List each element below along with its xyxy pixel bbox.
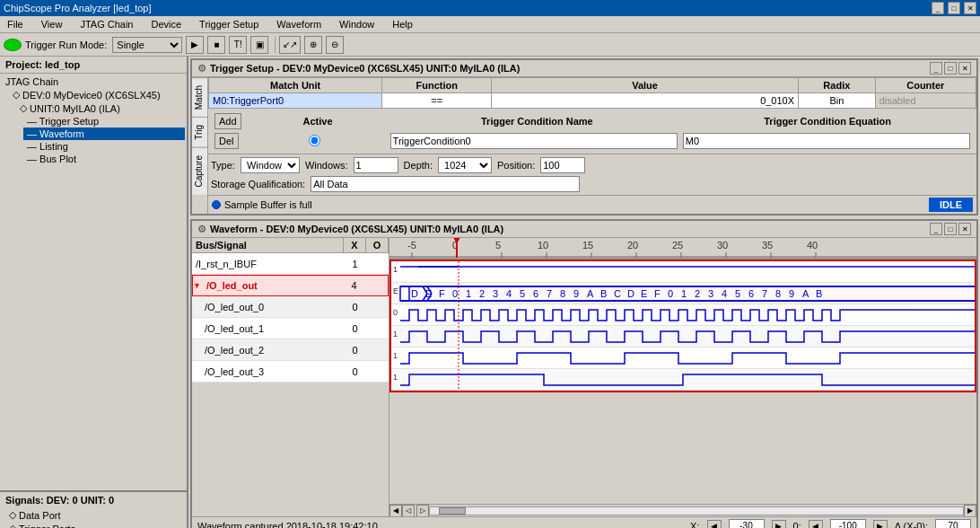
svg-text:8: 8	[775, 288, 781, 299]
wave-row-led-1: 1	[391, 326, 975, 348]
trigger-ports-item[interactable]: ◇ Trigger Ports	[5, 522, 181, 528]
zoom-fit-btn[interactable]: ↙↗	[279, 36, 301, 54]
o-input[interactable]	[830, 519, 866, 529]
wave-panel-controls: _ □ ✕	[930, 223, 971, 235]
minimize-btn[interactable]: _	[932, 2, 944, 14]
windows-label: Windows:	[305, 160, 348, 171]
wave-rows-container[interactable]: 1 E	[389, 260, 976, 504]
type-select[interactable]: Window Basic	[241, 157, 300, 173]
tree-waveform[interactable]: — Waveform	[23, 128, 185, 140]
depth-select[interactable]: 1024 2048 512	[438, 157, 492, 173]
tree-bus-plot[interactable]: — Bus Plot	[23, 153, 185, 165]
sample-status: Sample Buffer is full	[212, 199, 312, 210]
stop-btn[interactable]: ■	[207, 36, 225, 54]
maximize-btn[interactable]: □	[948, 2, 960, 14]
expand-icon[interactable]: ▼	[193, 281, 203, 290]
capture-tab[interactable]: Capture	[192, 147, 207, 195]
menu-jtag[interactable]: JTAG Chain	[76, 18, 136, 31]
wave-minimize-btn[interactable]: _	[930, 223, 942, 235]
active-radio-area	[244, 135, 385, 148]
tree-device[interactable]: ◇ DEV:0 MyDevice0 (XC6SLX45)	[9, 88, 185, 101]
del-condition-btn[interactable]: Del	[214, 133, 239, 149]
menu-view[interactable]: View	[38, 18, 66, 31]
zoom-in-btn[interactable]: ⊕	[304, 36, 322, 54]
trigger-btn[interactable]: T!	[229, 36, 247, 54]
scroll-right-btn[interactable]: ▶	[964, 505, 976, 517]
storage-input[interactable]	[311, 176, 580, 192]
svg-text:2: 2	[479, 288, 485, 299]
step-btn[interactable]: ▣	[250, 36, 268, 54]
menu-device[interactable]: Device	[147, 18, 185, 31]
tree-jtag-chain[interactable]: JTAG Chain	[2, 75, 185, 88]
signal-led-out-3[interactable]: /O_led_out_3 0	[192, 361, 389, 383]
signal-label: Data Port	[19, 510, 60, 521]
signals-header: Signals: DEV: 0 UNIT: 0	[5, 495, 181, 506]
zoom-out-btn[interactable]: ⊖	[326, 36, 344, 54]
delta-input[interactable]	[935, 519, 971, 529]
match-tab[interactable]: Match	[192, 77, 207, 117]
wave-close-btn[interactable]: ✕	[958, 223, 971, 235]
scroll-left-btn[interactable]: ◀	[389, 505, 402, 517]
toolbar: Trigger Run Mode: Single Continuous ▶ ■ …	[0, 33, 980, 57]
tree-listing[interactable]: — Listing	[23, 140, 185, 153]
signal-list: Bus/Signal X O /I_rst_n_IBUF 1 ▼ /O_led_…	[192, 238, 389, 516]
signal-led-out-0[interactable]: /O_led_out_0 0	[192, 296, 389, 318]
td-radix[interactable]: Bin	[799, 93, 876, 109]
data-port-item[interactable]: ◇ Data Port	[5, 508, 181, 522]
position-input[interactable]	[540, 157, 585, 173]
td-value[interactable]: 0_010X	[492, 93, 799, 109]
o-next-btn[interactable]: ▶	[873, 520, 888, 529]
scrollbar-thumb[interactable]	[439, 507, 466, 515]
active-radio[interactable]	[309, 135, 320, 146]
x-prev-btn[interactable]: ◀	[707, 520, 722, 529]
menu-bar: File View JTAG Chain Device Trigger Setu…	[0, 16, 980, 33]
condition-name-input[interactable]: TriggerCondition0	[390, 133, 678, 149]
run-mode-select[interactable]: Single Continuous	[112, 37, 182, 53]
menu-help[interactable]: Help	[389, 18, 416, 31]
svg-text:0: 0	[452, 288, 458, 299]
trig-tab[interactable]: Trig	[192, 117, 207, 147]
menu-waveform[interactable]: Waveform	[273, 18, 325, 31]
trigger-right: Match Unit Function Value Radix Counter …	[208, 77, 976, 214]
td-function[interactable]: ==	[382, 93, 492, 109]
scroll-prev-btn[interactable]: ◁	[402, 505, 415, 517]
tree-ila[interactable]: ◇ UNIT:0 MyILA0 (ILA)	[16, 101, 185, 115]
signal-x-led-out-0: 0	[344, 302, 366, 312]
signal-name-led-out-0: /O_led_out_0	[192, 302, 344, 312]
menu-file[interactable]: File	[4, 18, 27, 31]
td-match-unit[interactable]: M0:TriggerPort0	[209, 93, 382, 109]
wave-content: Bus/Signal X O /I_rst_n_IBUF 1 ▼ /O_led_…	[192, 238, 976, 516]
windows-input[interactable]	[354, 157, 398, 173]
menu-trigger[interactable]: Trigger Setup	[196, 18, 262, 31]
x-input[interactable]	[729, 519, 765, 529]
col-o: O	[366, 238, 389, 252]
wave-row-led-3: 1	[391, 369, 975, 391]
x-label: X:	[690, 521, 699, 529]
signal-led-out[interactable]: ▼ /O_led_out 4	[192, 275, 389, 296]
x-next-btn[interactable]: ▶	[772, 520, 786, 529]
svg-text:B: B	[816, 288, 822, 299]
panel-restore-btn[interactable]: □	[944, 62, 957, 75]
tree-label: JTAG Chain	[5, 76, 58, 87]
h-scrollbar[interactable]: ◀ ◁ ▷ ▶	[389, 504, 976, 516]
panel-close-btn[interactable]: ✕	[958, 62, 971, 75]
tree-trigger-setup[interactable]: — Trigger Setup	[23, 115, 185, 128]
scroll-next-btn[interactable]: ▷	[416, 505, 429, 517]
signal-led-out-2[interactable]: /O_led_out_2 0	[192, 339, 389, 361]
add-condition-btn[interactable]: Add	[214, 113, 241, 129]
signal-rst[interactable]: /I_rst_n_IBUF 1	[192, 253, 389, 275]
signal-led-out-1[interactable]: /O_led_out_1 0	[192, 318, 389, 339]
th-radix: Radix	[799, 78, 876, 93]
run-btn[interactable]: ▶	[186, 36, 204, 54]
panel-controls: _ □ ✕	[930, 62, 971, 75]
wave-ruler: -5 0 5 10 15 20 25 30 35 40	[389, 238, 976, 260]
panel-minimize-btn[interactable]: _	[930, 62, 942, 75]
equation-input[interactable]: M0	[683, 133, 970, 149]
scrollbar-track[interactable]	[429, 506, 964, 515]
waveform-panel-header: ⚙ Waveform - DEV:0 MyDevice0 (XC6SLX45) …	[192, 221, 976, 238]
menu-window[interactable]: Window	[336, 18, 378, 31]
close-btn[interactable]: ✕	[964, 2, 976, 14]
condition-name-label: Trigger Condition Name	[394, 116, 679, 127]
wave-restore-btn[interactable]: □	[944, 223, 957, 235]
o-prev-btn[interactable]: ◀	[809, 520, 823, 529]
